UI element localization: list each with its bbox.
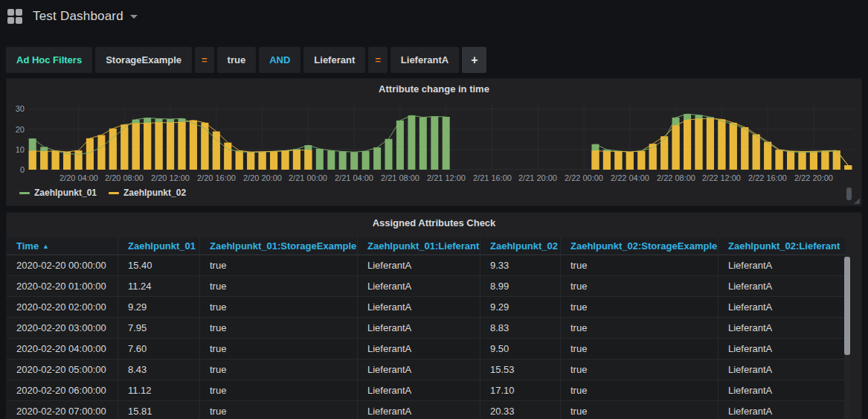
- table-cell: 11.12: [118, 380, 200, 400]
- legend-series-color-icon: [19, 192, 30, 194]
- column-header-zaehlpunkt_02:lieferant[interactable]: Zaehlpunkt_02:Lieferant: [718, 237, 845, 255]
- legend-series-label: Zaehlpunkt_02: [123, 188, 186, 198]
- y-tick-label: 30: [8, 104, 25, 113]
- table-cell: true: [561, 359, 718, 380]
- filter-value-true[interactable]: true: [217, 47, 257, 73]
- table-cell: 7.95: [118, 318, 200, 338]
- filter-key-storageexample[interactable]: StorageExample: [95, 47, 192, 73]
- x-tick-label: 2/21 04:00: [329, 173, 379, 182]
- table-cell: LieferantA: [358, 297, 480, 317]
- filter-op-=[interactable]: =: [368, 47, 388, 73]
- table-panel-title[interactable]: Assigned Attributes Check: [7, 217, 861, 228]
- x-tick-label: 2/21 08:00: [376, 173, 425, 182]
- table-cell: LieferantA: [358, 359, 480, 380]
- table-cell: 9.33: [480, 255, 561, 275]
- table-cell: true: [200, 276, 358, 296]
- legend-series-color-icon: [109, 192, 119, 194]
- x-tick-label: 2/21 00:00: [283, 173, 332, 182]
- filter-op-=[interactable]: =: [195, 47, 214, 73]
- x-tick-label: 2/20 16:00: [192, 173, 241, 182]
- chart-scrollbar-thumb[interactable]: [846, 188, 852, 200]
- grid-square: [7, 17, 14, 24]
- grid-square: [16, 17, 22, 24]
- table-cell: 2020-02-20 03:00:00: [7, 318, 118, 338]
- chart-legend: Zaehlpunkt_01Zaehlpunkt_02: [19, 188, 186, 198]
- adhoc-filters-label: Ad Hoc Filters: [6, 47, 92, 73]
- x-tick-label: 2/22 00:00: [559, 173, 608, 182]
- table-scrollbar-thumb[interactable]: [844, 257, 850, 355]
- table-panel: Assigned Attributes Check Time▲Zaehlpunk…: [6, 212, 862, 419]
- filter-value-lieferanta[interactable]: LieferantA: [390, 47, 459, 73]
- table-cell: LieferantA: [358, 255, 480, 275]
- table-row: 2020-02-20 07:00:0015.81trueLieferantA20…: [7, 401, 845, 419]
- column-header-zaehlpunkt_01:storageexample[interactable]: Zaehlpunkt_01:StorageExample: [200, 237, 358, 255]
- table-cell: LieferantA: [358, 380, 480, 400]
- grid-square: [16, 9, 22, 16]
- column-header-zaehlpunkt_01[interactable]: Zaehlpunkt_01: [118, 237, 200, 255]
- table-cell: true: [561, 401, 718, 419]
- dashboard-grid-icon[interactable]: [7, 9, 22, 24]
- column-header-zaehlpunkt_02[interactable]: Zaehlpunkt_02: [480, 237, 561, 255]
- x-tick-label: 2/20 20:00: [238, 173, 287, 182]
- table-cell: true: [561, 318, 718, 338]
- table-cell: LieferantA: [718, 276, 845, 296]
- table-cell: true: [200, 318, 358, 338]
- table-cell: 2020-02-20 02:00:00: [7, 297, 118, 317]
- x-tick-label: 2/22 20:00: [789, 173, 838, 182]
- grafana-dashboard: Test Dashboard Ad Hoc Filters StorageExa…: [0, 0, 868, 419]
- filter-key-lieferant[interactable]: Lieferant: [303, 47, 365, 73]
- legend-item-zaehlpunkt_01[interactable]: Zaehlpunkt_01: [19, 188, 97, 198]
- x-tick-label: 2/20 04:00: [54, 173, 103, 182]
- table-cell: LieferantA: [718, 401, 845, 419]
- y-tick-label: 20: [8, 125, 25, 134]
- table-cell: 15.53: [480, 359, 561, 380]
- table-cell: 11.24: [118, 276, 200, 296]
- panel-resize-handle[interactable]: [854, 198, 860, 204]
- table-cell: true: [200, 297, 358, 317]
- table-cell: true: [200, 401, 358, 419]
- dashboard-title[interactable]: Test Dashboard: [33, 9, 123, 24]
- chevron-down-icon[interactable]: [130, 15, 138, 19]
- add-filter-button[interactable]: +: [462, 47, 486, 73]
- table-cell: true: [200, 359, 358, 380]
- chart-panel: Attribute change in time 0102030 2/20 04…: [6, 78, 862, 206]
- chart-y-axis: 0102030: [8, 105, 26, 170]
- top-navbar: Test Dashboard: [0, 0, 868, 33]
- column-header-zaehlpunkt_02:storageexample[interactable]: Zaehlpunkt_02:StorageExample: [561, 237, 718, 255]
- attributes-table: Time▲Zaehlpunkt_01Zaehlpunkt_01:StorageE…: [7, 237, 845, 419]
- table-row: 2020-02-20 02:00:009.29trueLieferantA9.2…: [7, 297, 845, 318]
- adhoc-filters-row: Ad Hoc Filters StorageExample=trueANDLie…: [6, 47, 486, 73]
- table-cell: LieferantA: [718, 339, 845, 359]
- table-cell: 9.50: [480, 339, 561, 359]
- table-cell: 2020-02-20 06:00:00: [7, 380, 118, 400]
- table-cell: 9.29: [480, 297, 561, 317]
- x-tick-label: 2/22 04:00: [605, 173, 655, 182]
- table-cell: true: [561, 297, 718, 317]
- table-cell: 15.40: [118, 255, 200, 275]
- table-row: 2020-02-20 01:00:0011.24trueLieferantA8.…: [7, 276, 845, 297]
- table-cell: 2020-02-20 07:00:00: [7, 401, 118, 419]
- table-cell: LieferantA: [358, 318, 480, 338]
- sort-ascending-icon: ▲: [42, 243, 49, 250]
- filter-cond-and[interactable]: AND: [259, 47, 300, 73]
- table-cell: 8.99: [480, 276, 561, 296]
- table-cell: 20.33: [480, 401, 561, 419]
- table-row: 2020-02-20 06:00:0011.12trueLieferantA17…: [7, 380, 845, 401]
- table-header-row: Time▲Zaehlpunkt_01Zaehlpunkt_01:StorageE…: [7, 237, 845, 255]
- y-tick-label: 10: [8, 145, 25, 154]
- table-cell: LieferantA: [718, 297, 845, 317]
- table-cell: LieferantA: [718, 359, 845, 380]
- column-header-time[interactable]: Time▲: [7, 237, 118, 255]
- table-cell: true: [561, 380, 718, 400]
- table-cell: 7.60: [118, 339, 200, 359]
- table-cell: 8.43: [118, 359, 200, 380]
- chart-panel-title[interactable]: Attribute change in time: [7, 83, 861, 95]
- table-cell: 8.83: [480, 318, 561, 338]
- grid-square: [7, 9, 14, 16]
- table-row: 2020-02-20 00:00:0015.40trueLieferantA9.…: [7, 255, 845, 276]
- table-cell: 17.10: [480, 380, 561, 400]
- legend-item-zaehlpunkt_02[interactable]: Zaehlpunkt_02: [109, 188, 186, 198]
- column-header-zaehlpunkt_01:lieferant[interactable]: Zaehlpunkt_01:Lieferant: [358, 237, 480, 255]
- x-tick-label: 2/21 20:00: [513, 173, 562, 182]
- table-cell: true: [200, 380, 358, 400]
